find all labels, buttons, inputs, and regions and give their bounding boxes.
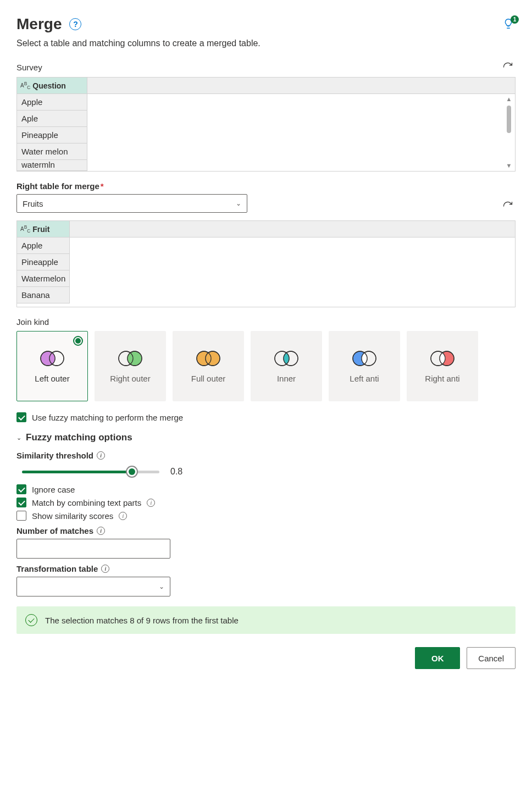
join-option-right-outer[interactable]: Right outer: [95, 331, 166, 401]
ok-button[interactable]: OK: [415, 647, 460, 669]
refresh-icon: [502, 62, 513, 73]
join-kind-label: Join kind: [16, 317, 516, 327]
show-scores-checkbox[interactable]: [16, 511, 26, 521]
chevron-down-icon: ⌄: [236, 200, 241, 207]
table-row[interactable]: Apple: [17, 94, 87, 111]
coachmark-button[interactable]: 1: [502, 18, 516, 31]
transform-table-label: Transformation table: [16, 564, 98, 573]
radio-selected-icon: [73, 336, 83, 346]
chevron-down-icon: ⌄: [159, 583, 164, 590]
refresh-right-button[interactable]: [500, 198, 516, 214]
join-kind-group: Left outerRight outerFull outerInnerLeft…: [16, 331, 516, 401]
left-column-header[interactable]: ABC Question: [17, 78, 87, 93]
info-icon[interactable]: i: [97, 527, 105, 535]
ignore-case-label: Ignore case: [32, 485, 75, 494]
fuzzy-matching-checkbox[interactable]: [16, 412, 26, 422]
join-option-label: Right outer: [110, 374, 150, 383]
num-matches-input[interactable]: [16, 539, 170, 559]
slider-thumb[interactable]: [126, 466, 138, 478]
join-option-left-outer[interactable]: Left outer: [16, 331, 88, 401]
venn-icon: [194, 350, 223, 367]
scroll-down-icon[interactable]: ▼: [506, 163, 512, 169]
venn-icon: [116, 350, 145, 367]
text-type-icon: ABC: [20, 81, 30, 90]
ignore-case-checkbox[interactable]: [16, 484, 26, 494]
page-subtitle: Select a table and matching columns to c…: [16, 38, 516, 48]
table-row[interactable]: Water melon: [17, 143, 87, 160]
join-option-label: Left anti: [350, 374, 379, 383]
info-icon[interactable]: i: [119, 512, 127, 520]
fuzzy-matching-label: Use fuzzy matching to perform the merge: [32, 413, 183, 422]
fuzzy-options-toggle[interactable]: ⌄ Fuzzy matching options: [16, 432, 516, 443]
venn-icon: [38, 350, 66, 367]
threshold-slider[interactable]: [22, 471, 159, 473]
left-scrollbar[interactable]: ▲ ▼: [503, 94, 515, 171]
info-icon[interactable]: i: [101, 565, 109, 573]
combine-text-label: Match by combining text parts: [32, 498, 141, 507]
right-table-field-label: Right table for merge*: [16, 181, 104, 191]
join-option-full-outer[interactable]: Full outer: [173, 331, 244, 401]
info-icon[interactable]: i: [97, 451, 105, 460]
join-option-label: Left outer: [35, 374, 69, 383]
combine-text-checkbox[interactable]: [16, 498, 26, 507]
page-title: Merge: [16, 15, 62, 33]
right-table-select[interactable]: Fruits ⌄: [16, 194, 247, 213]
scroll-thumb[interactable]: [507, 106, 511, 133]
join-option-left-anti[interactable]: Left anti: [329, 331, 400, 401]
transform-table-select[interactable]: ⌄: [16, 577, 170, 596]
scroll-up-icon[interactable]: ▲: [506, 96, 512, 102]
join-option-label: Full outer: [191, 374, 226, 383]
table-row[interactable]: Aple: [17, 111, 87, 127]
left-table-preview[interactable]: ABC Question AppleAplePineappleWater mel…: [16, 77, 516, 172]
refresh-icon: [502, 201, 513, 212]
help-icon[interactable]: ?: [69, 18, 81, 30]
cancel-button[interactable]: Cancel: [467, 647, 516, 669]
venn-icon: [350, 350, 379, 367]
info-icon[interactable]: i: [147, 499, 155, 507]
success-icon: [25, 614, 37, 626]
table-row[interactable]: Pineapple: [17, 254, 70, 270]
threshold-value: 0.8: [170, 467, 182, 477]
join-option-label: Inner: [277, 374, 296, 383]
table-row[interactable]: Pineapple: [17, 127, 87, 143]
right-column-header[interactable]: ABC Fruit: [17, 221, 70, 237]
table-row[interactable]: Watermelon: [17, 270, 70, 287]
text-type-icon: ABC: [20, 225, 30, 233]
venn-icon: [428, 350, 457, 367]
table-row[interactable]: Apple: [17, 237, 70, 254]
join-option-inner[interactable]: Inner: [251, 331, 322, 401]
join-option-right-anti[interactable]: Right anti: [407, 331, 478, 401]
right-table-preview[interactable]: ABC Fruit ApplePineappleWatermelonBanana: [16, 220, 516, 307]
match-status-bar: The selection matches 8 of 9 rows from t…: [16, 606, 516, 634]
table-row[interactable]: Banana: [17, 287, 70, 303]
table-row[interactable]: watermln: [17, 160, 87, 171]
join-option-label: Right anti: [425, 374, 459, 383]
num-matches-label: Number of matches: [16, 526, 93, 535]
threshold-label: Similarity threshold: [16, 451, 93, 460]
refresh-left-button[interactable]: [500, 59, 516, 75]
chevron-down-icon: ⌄: [16, 434, 21, 441]
coachmark-badge: 1: [511, 15, 519, 24]
show-scores-label: Show similarity scores: [32, 511, 113, 521]
venn-icon: [272, 350, 301, 367]
left-table-label: Survey: [16, 63, 42, 72]
